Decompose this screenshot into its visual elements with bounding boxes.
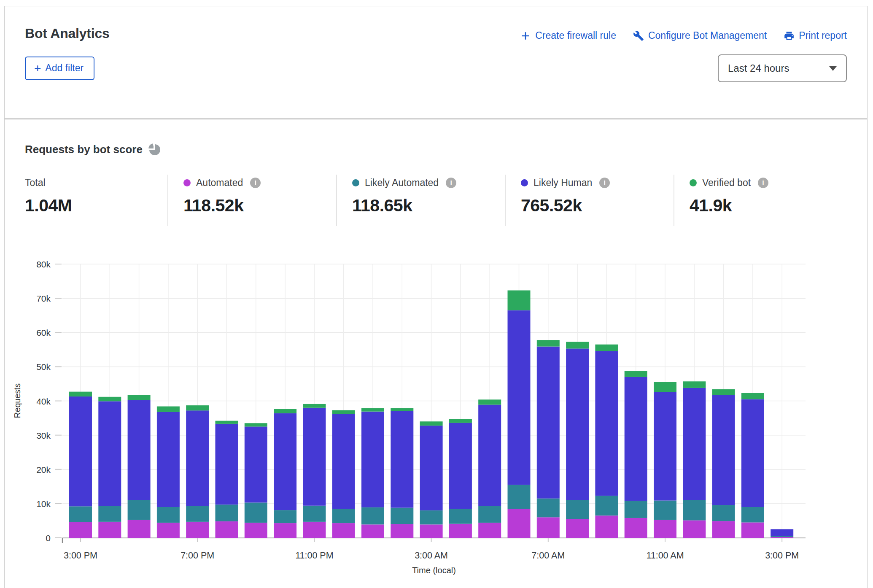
bar-segment-verified-bot[interactable] [128, 395, 151, 400]
bar-segment-likely-human[interactable] [128, 400, 151, 500]
bar-segment-likely-automated[interactable] [128, 500, 151, 520]
info-icon[interactable]: i [758, 178, 768, 188]
bar-segment-automated[interactable] [771, 537, 793, 538]
bar-segment-likely-human[interactable] [771, 529, 793, 536]
bar-segment-automated[interactable] [683, 521, 706, 538]
add-filter-button[interactable]: + Add filter [25, 57, 94, 80]
bar-segment-automated[interactable] [361, 524, 384, 538]
bar-segment-automated[interactable] [741, 522, 764, 538]
bar-segment-likely-human[interactable] [361, 412, 384, 507]
bar-segment-likely-automated[interactable] [332, 509, 355, 523]
bar-segment-likely-automated[interactable] [157, 507, 180, 523]
bar-segment-verified-bot[interactable] [186, 405, 209, 410]
bar-segment-verified-bot[interactable] [683, 381, 706, 388]
bar-segment-likely-automated[interactable] [69, 506, 92, 522]
bar-segment-likely-human[interactable] [98, 401, 121, 506]
bar-segment-verified-bot[interactable] [654, 382, 676, 392]
info-icon[interactable]: i [446, 178, 456, 188]
bar-segment-likely-human[interactable] [449, 423, 472, 509]
bar-segment-likely-human[interactable] [478, 405, 501, 506]
bar-segment-automated[interactable] [216, 521, 238, 538]
bar-segment-verified-bot[interactable] [712, 389, 735, 395]
bar-segment-automated[interactable] [157, 523, 180, 538]
bar-segment-likely-automated[interactable] [771, 536, 793, 537]
bar-segment-automated[interactable] [537, 517, 560, 538]
bar-segment-likely-automated[interactable] [449, 509, 472, 524]
bar-segment-verified-bot[interactable] [595, 345, 618, 351]
bar-segment-likely-human[interactable] [595, 351, 618, 496]
bar-segment-verified-bot[interactable] [420, 421, 443, 426]
bar-segment-likely-automated[interactable] [420, 510, 443, 524]
bar-segment-likely-automated[interactable] [595, 496, 618, 515]
bar-segment-verified-bot[interactable] [361, 408, 384, 412]
bar-segment-automated[interactable] [654, 520, 676, 538]
bar-segment-verified-bot[interactable] [391, 408, 413, 411]
bar-segment-likely-automated[interactable] [712, 505, 735, 521]
bar-segment-automated[interactable] [98, 522, 121, 538]
bar-segment-likely-human[interactable] [186, 410, 209, 506]
bar-segment-likely-automated[interactable] [216, 504, 238, 521]
bar-segment-likely-automated[interactable] [508, 485, 531, 509]
bar-segment-verified-bot[interactable] [332, 410, 355, 414]
time-range-dropdown[interactable]: Last 24 hours [718, 54, 847, 82]
bar-segment-verified-bot[interactable] [216, 421, 238, 424]
bar-segment-likely-human[interactable] [712, 395, 735, 505]
bar-segment-automated[interactable] [420, 524, 443, 538]
bar-segment-automated[interactable] [303, 522, 326, 538]
bar-segment-verified-bot[interactable] [449, 419, 472, 423]
bar-segment-verified-bot[interactable] [478, 399, 501, 405]
bar-segment-likely-automated[interactable] [303, 506, 326, 522]
bar-segment-automated[interactable] [186, 522, 209, 538]
bar-segment-verified-bot[interactable] [566, 342, 589, 348]
bar-segment-likely-human[interactable] [303, 408, 326, 506]
bar-segment-likely-human[interactable] [332, 414, 355, 509]
bar-segment-likely-human[interactable] [625, 377, 647, 501]
bar-segment-likely-human[interactable] [566, 348, 589, 500]
bar-segment-automated[interactable] [566, 519, 589, 538]
bar-segment-automated[interactable] [625, 518, 647, 538]
bar-segment-likely-human[interactable] [420, 426, 443, 510]
bar-segment-automated[interactable] [508, 509, 531, 538]
bar-segment-likely-human[interactable] [654, 392, 676, 500]
bar-segment-verified-bot[interactable] [508, 290, 531, 310]
action-create-firewall-rule[interactable]: Create firewall rule [520, 30, 616, 41]
bar-segment-automated[interactable] [274, 523, 296, 538]
bar-segment-likely-human[interactable] [741, 399, 764, 507]
bar-segment-verified-bot[interactable] [274, 409, 296, 413]
bar-segment-verified-bot[interactable] [245, 423, 267, 426]
bar-segment-likely-automated[interactable] [654, 501, 676, 520]
bar-segment-likely-automated[interactable] [186, 506, 209, 522]
bar-segment-automated[interactable] [595, 515, 618, 538]
bar-segment-automated[interactable] [478, 523, 501, 538]
bar-segment-automated[interactable] [128, 520, 151, 538]
bar-segment-likely-automated[interactable] [537, 499, 560, 518]
bar-segment-verified-bot[interactable] [741, 393, 764, 399]
bar-segment-likely-human[interactable] [216, 424, 238, 504]
bar-segment-likely-human[interactable] [274, 413, 296, 510]
bar-segment-automated[interactable] [69, 522, 92, 538]
bar-segment-automated[interactable] [712, 521, 735, 538]
bar-segment-likely-automated[interactable] [245, 502, 267, 523]
bar-segment-likely-automated[interactable] [274, 510, 296, 523]
bar-segment-likely-automated[interactable] [98, 506, 121, 522]
bar-segment-likely-automated[interactable] [391, 508, 413, 524]
bar-segment-likely-human[interactable] [537, 347, 560, 499]
action-print-report[interactable]: Print report [784, 30, 847, 41]
bar-segment-verified-bot[interactable] [98, 397, 121, 402]
bar-segment-automated[interactable] [332, 523, 355, 538]
bar-segment-verified-bot[interactable] [303, 404, 326, 408]
bar-segment-likely-human[interactable] [683, 388, 706, 500]
bar-segment-likely-automated[interactable] [625, 501, 647, 518]
bar-segment-likely-automated[interactable] [683, 500, 706, 521]
bar-segment-verified-bot[interactable] [625, 371, 647, 377]
bar-segment-likely-human[interactable] [508, 310, 531, 485]
bar-segment-likely-automated[interactable] [566, 500, 589, 519]
info-icon[interactable]: i [250, 178, 261, 188]
bar-segment-likely-human[interactable] [157, 412, 180, 507]
bar-segment-automated[interactable] [391, 524, 413, 538]
bar-segment-likely-automated[interactable] [741, 507, 764, 523]
bar-segment-likely-human[interactable] [391, 411, 413, 508]
bar-segment-likely-automated[interactable] [361, 507, 384, 525]
action-configure-bot-management[interactable]: Configure Bot Management [633, 30, 767, 41]
bar-segment-verified-bot[interactable] [537, 340, 560, 346]
